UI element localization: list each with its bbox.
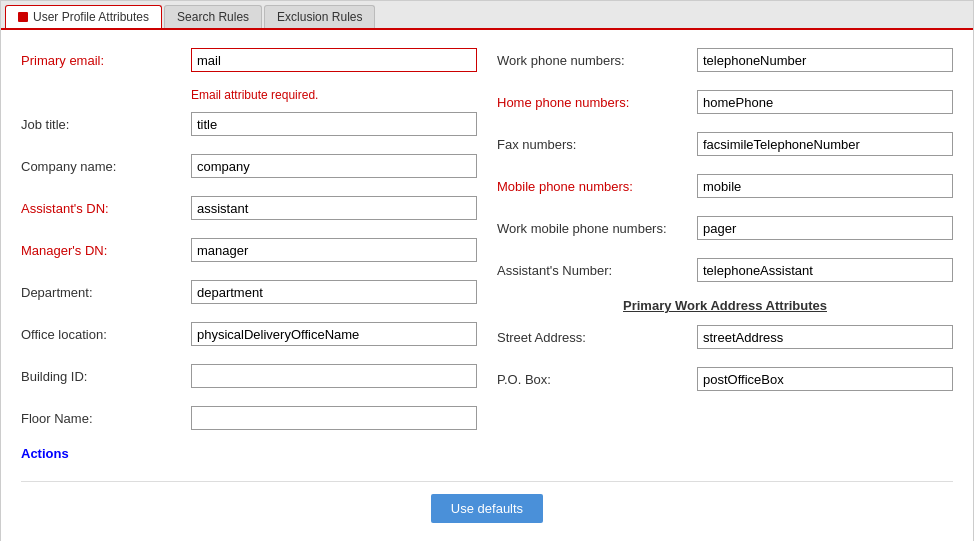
tab-label-user-profile: User Profile Attributes: [33, 10, 149, 24]
row-assistants-dn: Assistant's DN:: [21, 194, 477, 222]
label-floor-name: Floor Name:: [21, 411, 191, 426]
input-mobile-phone[interactable]: [697, 174, 953, 198]
input-fax-numbers[interactable]: [697, 132, 953, 156]
input-street-address[interactable]: [697, 325, 953, 349]
input-building-id[interactable]: [191, 364, 477, 388]
tab-user-profile[interactable]: User Profile Attributes: [5, 5, 162, 28]
tab-bar: User Profile Attributes Search Rules Exc…: [1, 1, 973, 30]
tab-search-rules[interactable]: Search Rules: [164, 5, 262, 28]
input-job-title[interactable]: [191, 112, 477, 136]
row-fax-numbers: Fax numbers:: [497, 130, 953, 158]
label-fax-numbers: Fax numbers:: [497, 137, 697, 152]
label-street-address: Street Address:: [497, 330, 697, 345]
left-column: Primary email: Email attribute required.…: [21, 46, 477, 471]
row-work-mobile: Work mobile phone numbers:: [497, 214, 953, 242]
input-assistants-number[interactable]: [697, 258, 953, 282]
row-assistants-number: Assistant's Number:: [497, 256, 953, 284]
two-column-layout: Primary email: Email attribute required.…: [21, 46, 953, 471]
tab-label-search-rules: Search Rules: [177, 10, 249, 24]
input-department[interactable]: [191, 280, 477, 304]
input-home-phone[interactable]: [697, 90, 953, 114]
row-job-title: Job title:: [21, 110, 477, 138]
tab-exclusion-rules[interactable]: Exclusion Rules: [264, 5, 375, 28]
label-po-box: P.O. Box:: [497, 372, 697, 387]
label-mobile-phone: Mobile phone numbers:: [497, 179, 697, 194]
label-job-title: Job title:: [21, 117, 191, 132]
row-po-box: P.O. Box:: [497, 365, 953, 393]
tab-icon-user-profile: [18, 12, 28, 22]
input-managers-dn[interactable]: [191, 238, 477, 262]
input-assistants-dn[interactable]: [191, 196, 477, 220]
label-assistants-dn: Assistant's DN:: [21, 201, 191, 216]
use-defaults-button[interactable]: Use defaults: [431, 494, 543, 523]
input-primary-email[interactable]: [191, 48, 477, 72]
row-company-name: Company name:: [21, 152, 477, 180]
label-company-name: Company name:: [21, 159, 191, 174]
input-floor-name[interactable]: [191, 406, 477, 430]
label-managers-dn: Manager's DN:: [21, 243, 191, 258]
error-primary-email: Email attribute required.: [191, 88, 477, 102]
label-building-id: Building ID:: [21, 369, 191, 384]
bottom-bar: Use defaults: [21, 481, 953, 535]
label-work-mobile: Work mobile phone numbers:: [497, 221, 697, 236]
main-content: Primary email: Email attribute required.…: [1, 30, 973, 541]
label-department: Department:: [21, 285, 191, 300]
row-managers-dn: Manager's DN:: [21, 236, 477, 264]
row-floor-name: Floor Name:: [21, 404, 477, 432]
input-work-phone[interactable]: [697, 48, 953, 72]
address-section-title: Primary Work Address Attributes: [497, 298, 953, 313]
row-office-location: Office location:: [21, 320, 477, 348]
input-company-name[interactable]: [191, 154, 477, 178]
row-mobile-phone: Mobile phone numbers:: [497, 172, 953, 200]
actions-label: Actions: [21, 446, 477, 461]
tab-label-exclusion-rules: Exclusion Rules: [277, 10, 362, 24]
label-office-location: Office location:: [21, 327, 191, 342]
row-work-phone: Work phone numbers:: [497, 46, 953, 74]
input-work-mobile[interactable]: [697, 216, 953, 240]
row-street-address: Street Address:: [497, 323, 953, 351]
label-assistants-number: Assistant's Number:: [497, 263, 697, 278]
input-office-location[interactable]: [191, 322, 477, 346]
label-work-phone: Work phone numbers:: [497, 53, 697, 68]
row-department: Department:: [21, 278, 477, 306]
label-primary-email: Primary email:: [21, 53, 191, 68]
input-po-box[interactable]: [697, 367, 953, 391]
row-primary-email: Primary email:: [21, 46, 477, 74]
label-home-phone: Home phone numbers:: [497, 95, 697, 110]
app-container: User Profile Attributes Search Rules Exc…: [0, 0, 974, 541]
row-home-phone: Home phone numbers:: [497, 88, 953, 116]
right-column: Work phone numbers: Home phone numbers: …: [497, 46, 953, 471]
row-building-id: Building ID:: [21, 362, 477, 390]
